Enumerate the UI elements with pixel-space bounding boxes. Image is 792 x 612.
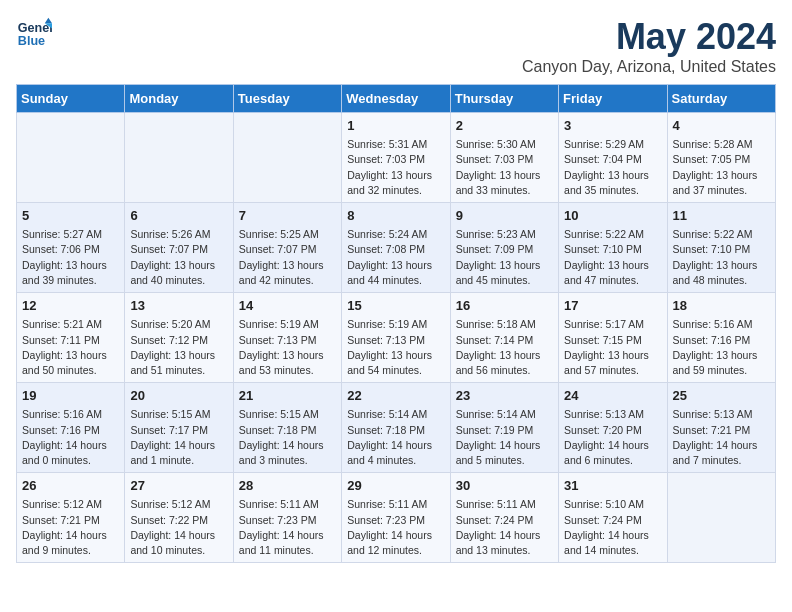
day-detail: Sunrise: 5:23 AM Sunset: 7:09 PM Dayligh… — [456, 227, 553, 288]
calendar-cell: 7Sunrise: 5:25 AM Sunset: 7:07 PM Daylig… — [233, 203, 341, 293]
day-detail: Sunrise: 5:11 AM Sunset: 7:24 PM Dayligh… — [456, 497, 553, 558]
day-number: 1 — [347, 117, 444, 135]
day-number: 11 — [673, 207, 770, 225]
day-number: 2 — [456, 117, 553, 135]
day-detail: Sunrise: 5:18 AM Sunset: 7:14 PM Dayligh… — [456, 317, 553, 378]
day-detail: Sunrise: 5:19 AM Sunset: 7:13 PM Dayligh… — [347, 317, 444, 378]
title-block: May 2024 Canyon Day, Arizona, United Sta… — [522, 16, 776, 76]
day-number: 15 — [347, 297, 444, 315]
calendar-week-row: 19Sunrise: 5:16 AM Sunset: 7:16 PM Dayli… — [17, 383, 776, 473]
calendar-cell: 2Sunrise: 5:30 AM Sunset: 7:03 PM Daylig… — [450, 113, 558, 203]
day-detail: Sunrise: 5:24 AM Sunset: 7:08 PM Dayligh… — [347, 227, 444, 288]
day-detail: Sunrise: 5:29 AM Sunset: 7:04 PM Dayligh… — [564, 137, 661, 198]
calendar-week-row: 12Sunrise: 5:21 AM Sunset: 7:11 PM Dayli… — [17, 293, 776, 383]
day-detail: Sunrise: 5:27 AM Sunset: 7:06 PM Dayligh… — [22, 227, 119, 288]
day-number: 13 — [130, 297, 227, 315]
day-number: 24 — [564, 387, 661, 405]
day-number: 22 — [347, 387, 444, 405]
day-header-monday: Monday — [125, 85, 233, 113]
day-number: 5 — [22, 207, 119, 225]
day-number: 25 — [673, 387, 770, 405]
day-number: 3 — [564, 117, 661, 135]
calendar-cell: 29Sunrise: 5:11 AM Sunset: 7:23 PM Dayli… — [342, 473, 450, 563]
day-detail: Sunrise: 5:22 AM Sunset: 7:10 PM Dayligh… — [673, 227, 770, 288]
day-detail: Sunrise: 5:31 AM Sunset: 7:03 PM Dayligh… — [347, 137, 444, 198]
day-detail: Sunrise: 5:20 AM Sunset: 7:12 PM Dayligh… — [130, 317, 227, 378]
calendar-cell: 20Sunrise: 5:15 AM Sunset: 7:17 PM Dayli… — [125, 383, 233, 473]
page-title: May 2024 — [522, 16, 776, 58]
day-header-friday: Friday — [559, 85, 667, 113]
day-detail: Sunrise: 5:14 AM Sunset: 7:19 PM Dayligh… — [456, 407, 553, 468]
day-number: 21 — [239, 387, 336, 405]
day-header-thursday: Thursday — [450, 85, 558, 113]
day-detail: Sunrise: 5:10 AM Sunset: 7:24 PM Dayligh… — [564, 497, 661, 558]
calendar-cell: 13Sunrise: 5:20 AM Sunset: 7:12 PM Dayli… — [125, 293, 233, 383]
calendar-cell: 28Sunrise: 5:11 AM Sunset: 7:23 PM Dayli… — [233, 473, 341, 563]
day-header-sunday: Sunday — [17, 85, 125, 113]
day-detail: Sunrise: 5:30 AM Sunset: 7:03 PM Dayligh… — [456, 137, 553, 198]
day-number: 10 — [564, 207, 661, 225]
calendar-cell: 24Sunrise: 5:13 AM Sunset: 7:20 PM Dayli… — [559, 383, 667, 473]
day-number: 14 — [239, 297, 336, 315]
day-number: 4 — [673, 117, 770, 135]
day-detail: Sunrise: 5:13 AM Sunset: 7:21 PM Dayligh… — [673, 407, 770, 468]
day-detail: Sunrise: 5:11 AM Sunset: 7:23 PM Dayligh… — [347, 497, 444, 558]
day-header-wednesday: Wednesday — [342, 85, 450, 113]
page-header: General Blue May 2024 Canyon Day, Arizon… — [16, 16, 776, 76]
day-number: 20 — [130, 387, 227, 405]
day-header-tuesday: Tuesday — [233, 85, 341, 113]
day-number: 12 — [22, 297, 119, 315]
day-number: 31 — [564, 477, 661, 495]
calendar-cell: 4Sunrise: 5:28 AM Sunset: 7:05 PM Daylig… — [667, 113, 775, 203]
svg-text:Blue: Blue — [18, 34, 45, 48]
calendar-cell: 18Sunrise: 5:16 AM Sunset: 7:16 PM Dayli… — [667, 293, 775, 383]
calendar-cell — [17, 113, 125, 203]
day-number: 6 — [130, 207, 227, 225]
day-number: 7 — [239, 207, 336, 225]
calendar-cell — [125, 113, 233, 203]
calendar-table: SundayMondayTuesdayWednesdayThursdayFrid… — [16, 84, 776, 563]
calendar-cell: 12Sunrise: 5:21 AM Sunset: 7:11 PM Dayli… — [17, 293, 125, 383]
day-detail: Sunrise: 5:11 AM Sunset: 7:23 PM Dayligh… — [239, 497, 336, 558]
calendar-cell: 1Sunrise: 5:31 AM Sunset: 7:03 PM Daylig… — [342, 113, 450, 203]
day-number: 17 — [564, 297, 661, 315]
day-number: 23 — [456, 387, 553, 405]
day-detail: Sunrise: 5:25 AM Sunset: 7:07 PM Dayligh… — [239, 227, 336, 288]
logo: General Blue — [16, 16, 52, 52]
calendar-cell: 23Sunrise: 5:14 AM Sunset: 7:19 PM Dayli… — [450, 383, 558, 473]
day-detail: Sunrise: 5:16 AM Sunset: 7:16 PM Dayligh… — [22, 407, 119, 468]
calendar-cell: 5Sunrise: 5:27 AM Sunset: 7:06 PM Daylig… — [17, 203, 125, 293]
day-detail: Sunrise: 5:15 AM Sunset: 7:18 PM Dayligh… — [239, 407, 336, 468]
day-detail: Sunrise: 5:17 AM Sunset: 7:15 PM Dayligh… — [564, 317, 661, 378]
day-number: 28 — [239, 477, 336, 495]
calendar-cell: 9Sunrise: 5:23 AM Sunset: 7:09 PM Daylig… — [450, 203, 558, 293]
calendar-week-row: 1Sunrise: 5:31 AM Sunset: 7:03 PM Daylig… — [17, 113, 776, 203]
calendar-cell: 21Sunrise: 5:15 AM Sunset: 7:18 PM Dayli… — [233, 383, 341, 473]
day-number: 18 — [673, 297, 770, 315]
calendar-cell: 11Sunrise: 5:22 AM Sunset: 7:10 PM Dayli… — [667, 203, 775, 293]
day-detail: Sunrise: 5:16 AM Sunset: 7:16 PM Dayligh… — [673, 317, 770, 378]
calendar-cell — [233, 113, 341, 203]
day-number: 29 — [347, 477, 444, 495]
day-number: 9 — [456, 207, 553, 225]
calendar-cell: 27Sunrise: 5:12 AM Sunset: 7:22 PM Dayli… — [125, 473, 233, 563]
day-detail: Sunrise: 5:15 AM Sunset: 7:17 PM Dayligh… — [130, 407, 227, 468]
calendar-cell: 8Sunrise: 5:24 AM Sunset: 7:08 PM Daylig… — [342, 203, 450, 293]
calendar-cell: 6Sunrise: 5:26 AM Sunset: 7:07 PM Daylig… — [125, 203, 233, 293]
day-number: 30 — [456, 477, 553, 495]
day-detail: Sunrise: 5:19 AM Sunset: 7:13 PM Dayligh… — [239, 317, 336, 378]
day-number: 19 — [22, 387, 119, 405]
calendar-cell: 16Sunrise: 5:18 AM Sunset: 7:14 PM Dayli… — [450, 293, 558, 383]
day-detail: Sunrise: 5:14 AM Sunset: 7:18 PM Dayligh… — [347, 407, 444, 468]
day-detail: Sunrise: 5:26 AM Sunset: 7:07 PM Dayligh… — [130, 227, 227, 288]
calendar-week-row: 5Sunrise: 5:27 AM Sunset: 7:06 PM Daylig… — [17, 203, 776, 293]
calendar-cell: 26Sunrise: 5:12 AM Sunset: 7:21 PM Dayli… — [17, 473, 125, 563]
day-detail: Sunrise: 5:28 AM Sunset: 7:05 PM Dayligh… — [673, 137, 770, 198]
day-detail: Sunrise: 5:12 AM Sunset: 7:21 PM Dayligh… — [22, 497, 119, 558]
day-detail: Sunrise: 5:22 AM Sunset: 7:10 PM Dayligh… — [564, 227, 661, 288]
day-detail: Sunrise: 5:21 AM Sunset: 7:11 PM Dayligh… — [22, 317, 119, 378]
calendar-cell — [667, 473, 775, 563]
day-number: 27 — [130, 477, 227, 495]
day-number: 8 — [347, 207, 444, 225]
calendar-cell: 22Sunrise: 5:14 AM Sunset: 7:18 PM Dayli… — [342, 383, 450, 473]
